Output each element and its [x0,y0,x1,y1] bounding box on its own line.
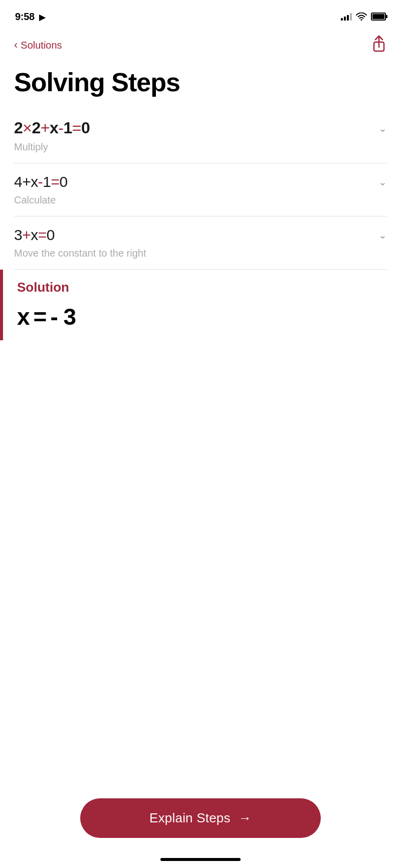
explain-steps-button[interactable]: Explain Steps → [80,798,321,838]
page-title: Solving Steps [14,68,387,97]
step-2-equation: 4+x-1=0 [14,173,68,190]
explain-steps-label: Explain Steps [149,810,231,826]
step-3-chevron-icon[interactable]: ⌄ [378,229,387,241]
back-label: Solutions [21,40,62,51]
share-icon [371,35,387,53]
wifi-icon [356,13,367,21]
back-button[interactable]: ‹ Solutions [14,39,62,52]
status-bar: 9:58 ▶ [0,0,401,30]
step-row-3[interactable]: 3+x=0 ⌄ Move the constant to the right [14,216,387,270]
steps-container: 2×2+x-1=0 ⌄ Multiply 4+x-1=0 ⌄ Calculate… [0,109,401,270]
step-row-2[interactable]: 4+x-1=0 ⌄ Calculate [14,163,387,216]
step-row-1[interactable]: 2×2+x-1=0 ⌄ Multiply [14,109,387,163]
back-chevron-icon: ‹ [14,39,18,52]
step-1-description: Multiply [14,141,387,153]
step-1-header: 2×2+x-1=0 ⌄ [14,119,387,137]
solution-value: x=- 3 [17,303,387,330]
home-indicator [160,858,241,861]
time-display: 9:58 [15,11,35,22]
signal-bars-icon [341,13,352,21]
step-3-header: 3+x=0 ⌄ [14,227,387,244]
explain-button-container: Explain Steps → [0,798,401,838]
location-icon: ▶ [39,13,45,22]
step-3-equation: 3+x=0 [14,227,55,244]
solution-section: Solution x=- 3 [0,270,401,340]
step-2-header: 4+x-1=0 ⌄ [14,173,387,190]
nav-bar: ‹ Solutions [0,30,401,60]
step-3-description: Move the constant to the right [14,248,387,259]
page-title-section: Solving Steps [0,60,401,109]
step-1-chevron-icon[interactable]: ⌄ [378,122,387,134]
battery-icon [371,13,386,21]
solution-label: Solution [17,280,387,295]
step-1-equation: 2×2+x-1=0 [14,119,90,137]
share-button[interactable] [371,35,387,55]
status-icons [341,13,386,21]
step-2-chevron-icon[interactable]: ⌄ [378,176,387,188]
explain-steps-arrow-icon: → [239,810,252,826]
status-time: 9:58 ▶ [15,11,45,23]
step-2-description: Calculate [14,194,387,206]
